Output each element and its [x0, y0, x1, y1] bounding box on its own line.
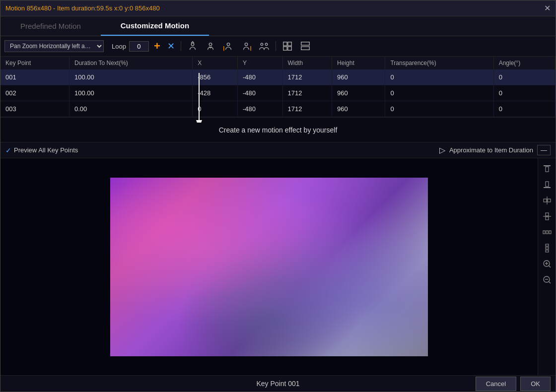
side-tool-4[interactable] [541, 210, 554, 223]
svg-rect-11 [288, 47, 291, 50]
svg-rect-10 [283, 47, 287, 50]
svg-rect-13 [301, 47, 310, 50]
svg-point-1 [209, 43, 212, 46]
current-keypoint-label: Key Point 001 [256, 380, 299, 388]
cell-3: -480 [237, 85, 282, 101]
add-keypoint-button[interactable]: + [152, 39, 162, 54]
side-tool-1[interactable] [541, 162, 554, 175]
col-angle: Angle(°) [493, 57, 555, 69]
svg-rect-22 [548, 199, 551, 202]
play-button[interactable]: ▷ [439, 145, 445, 155]
col-height: Height [332, 57, 385, 69]
person-down-icon [205, 41, 216, 52]
bottom-bar: Key Point 001 Cancel OK [0, 375, 556, 392]
merge-icon-btn[interactable] [257, 40, 272, 53]
svg-rect-26 [543, 231, 545, 234]
loop-label: Loop [112, 43, 126, 50]
align-top-icon [542, 164, 552, 174]
svg-rect-17 [546, 167, 549, 172]
move-up-icon-btn[interactable] [185, 40, 200, 53]
side-tool-zoom-out[interactable] [541, 273, 554, 286]
table-row[interactable]: 002100.00-428-480171296000 [0, 85, 556, 101]
svg-rect-21 [544, 199, 547, 202]
checkmark-icon: ✓ [5, 146, 11, 154]
svg-rect-12 [301, 42, 310, 45]
align-left-icon-btn[interactable] [221, 40, 236, 53]
motion-window: Motion 856x480 - Item duration:59.5s x:0… [0, 0, 556, 392]
cell-4: 1712 [282, 85, 332, 101]
cell-3: -480 [237, 101, 282, 117]
annotation-text: Create a new motion effect by yourself [219, 126, 338, 134]
approx-label: Approximate to Item Duration [449, 146, 533, 154]
side-tool-6[interactable] [541, 242, 554, 255]
ok-button[interactable]: OK [520, 377, 551, 391]
cell-7: 0 [493, 69, 555, 85]
side-tool-zoom-in[interactable] [541, 258, 554, 270]
approx-button[interactable]: — [537, 145, 551, 155]
smoke-layer [110, 178, 428, 356]
tabs-row: Predefined Motion Customized Motion [0, 16, 556, 36]
svg-rect-16 [544, 165, 551, 166]
svg-rect-27 [546, 231, 548, 234]
svg-rect-8 [283, 42, 287, 46]
window-title: Motion 856x480 - Item duration:59.5s x:0… [5, 4, 160, 12]
cell-3: -480 [237, 69, 282, 85]
align-right-icon-btn[interactable] [239, 40, 254, 53]
svg-point-4 [245, 43, 248, 46]
side-tool-2[interactable] [541, 178, 554, 191]
svg-rect-18 [544, 187, 551, 188]
side-tools [538, 158, 556, 375]
grid-view-icon [282, 41, 293, 52]
preset-select[interactable]: Pan Zoom Horizontally left a… [4, 40, 104, 52]
cell-5: 960 [332, 69, 385, 85]
person-up-icon [187, 41, 198, 52]
toolbar: Pan Zoom Horizontally left a… Loop + ✕ [0, 36, 556, 57]
side-tool-3[interactable] [541, 194, 554, 207]
remove-keypoint-button[interactable]: ✕ [165, 40, 177, 53]
col-duration: Duration To Next(%) [70, 57, 193, 69]
cancel-button[interactable]: Cancel [476, 377, 516, 391]
cell-4: 1712 [282, 101, 332, 117]
bottom-actions: Cancel OK [476, 377, 551, 391]
side-tool-5[interactable] [541, 226, 554, 239]
align-bottom-icon [542, 180, 552, 190]
cell-6: 0 [385, 69, 493, 85]
tab-predefined[interactable]: Predefined Motion [0, 16, 101, 36]
list-view-icon-btn[interactable] [298, 40, 313, 53]
svg-rect-29 [546, 244, 549, 246]
cell-0: 003 [0, 101, 70, 117]
close-button[interactable]: ✕ [544, 3, 551, 13]
col-y: Y [237, 57, 282, 69]
preview-check-container: ✓ Preview All Key Points [5, 146, 78, 154]
zoom-out-icon [542, 275, 552, 285]
cell-6: 0 [385, 85, 493, 101]
cell-5: 960 [332, 85, 385, 101]
svg-point-7 [265, 43, 268, 46]
grid-view-icon-btn[interactable] [280, 40, 295, 53]
distribute-v-icon [542, 243, 552, 253]
merge-icon [259, 41, 270, 52]
table-row[interactable]: 001100.00-856-480171296000 [0, 69, 556, 85]
loop-input[interactable] [129, 41, 149, 52]
arrow-annotation [184, 68, 214, 123]
distribute-h-icon [542, 227, 552, 237]
svg-rect-25 [546, 217, 549, 220]
tab-customized[interactable]: Customized Motion [101, 16, 209, 36]
person-down-icon-btn[interactable] [203, 40, 218, 53]
svg-rect-31 [546, 250, 549, 252]
cell-1: 0.00 [70, 101, 193, 117]
cell-7: 0 [493, 101, 555, 117]
table-row[interactable]: 0030.000-480171296000 [0, 101, 556, 117]
col-keypoint: Key Point [0, 57, 70, 69]
svg-point-0 [191, 43, 194, 46]
svg-line-35 [549, 266, 551, 268]
cell-0: 002 [0, 85, 70, 101]
svg-rect-9 [288, 42, 291, 46]
preview-all-label: Preview All Key Points [14, 146, 78, 154]
col-transparence: Transparence(%) [385, 57, 493, 69]
svg-rect-30 [546, 247, 549, 249]
cell-5: 960 [332, 101, 385, 117]
align-vcenter-icon [542, 196, 552, 205]
svg-point-2 [227, 43, 230, 46]
cell-1: 100.00 [70, 85, 193, 101]
